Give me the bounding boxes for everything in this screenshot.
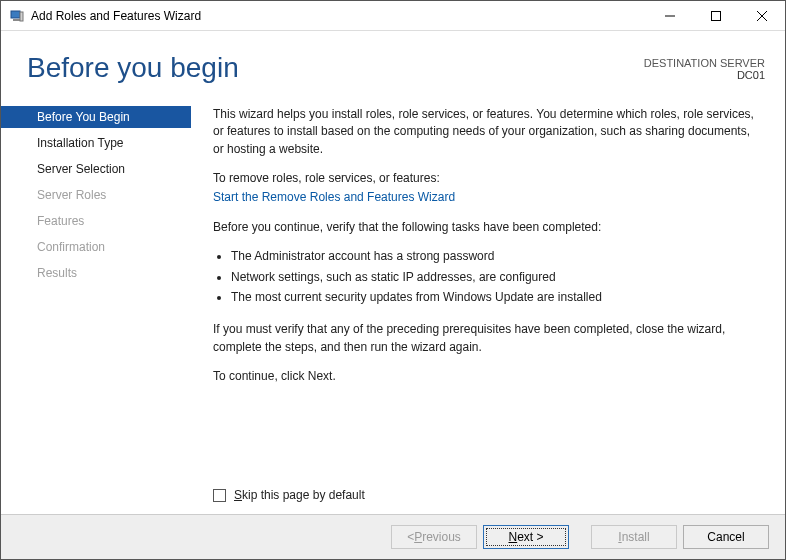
- nav-before-you-begin[interactable]: Before You Begin: [1, 106, 191, 128]
- previous-button: < Previous: [391, 525, 477, 549]
- nav-server-selection[interactable]: Server Selection: [1, 158, 191, 180]
- destination-label: DESTINATION SERVER: [644, 57, 765, 69]
- page-title: Before you begin: [27, 53, 644, 84]
- nav-server-roles: Server Roles: [1, 184, 191, 206]
- cancel-button[interactable]: Cancel: [683, 525, 769, 549]
- titlebar: Add Roles and Features Wizard: [1, 1, 785, 31]
- window-title: Add Roles and Features Wizard: [31, 9, 647, 23]
- svg-rect-0: [11, 11, 20, 18]
- wizard-header: Before you begin DESTINATION SERVER DC01: [1, 31, 785, 96]
- maximize-button[interactable]: [693, 1, 739, 30]
- skip-page-label[interactable]: Skip this page by default: [234, 487, 365, 504]
- skip-page-row: Skip this page by default: [213, 487, 763, 504]
- wizard-body: Before You Begin Installation Type Serve…: [1, 96, 785, 514]
- nav-confirmation: Confirmation: [1, 236, 191, 258]
- prereq-list: The Administrator account has a strong p…: [213, 248, 763, 309]
- nav-installation-type[interactable]: Installation Type: [1, 132, 191, 154]
- wizard-nav: Before You Begin Installation Type Serve…: [1, 102, 191, 514]
- close-button[interactable]: [739, 1, 785, 30]
- minimize-button[interactable]: [647, 1, 693, 30]
- verify-label: Before you continue, verify that the fol…: [213, 219, 763, 236]
- svg-rect-4: [712, 11, 721, 20]
- prereq-item: The most current security updates from W…: [231, 289, 763, 306]
- remove-roles-link[interactable]: Start the Remove Roles and Features Wiza…: [213, 190, 455, 204]
- skip-page-checkbox[interactable]: [213, 489, 226, 502]
- prereq-item: The Administrator account has a strong p…: [231, 248, 763, 265]
- prereq-item: Network settings, such as static IP addr…: [231, 269, 763, 286]
- destination-name: DC01: [644, 69, 765, 81]
- continue-note: To continue, click Next.: [213, 368, 763, 385]
- nav-features: Features: [1, 210, 191, 232]
- wizard-main: This wizard helps you install roles, rol…: [191, 102, 785, 514]
- svg-rect-2: [20, 12, 23, 21]
- remove-label: To remove roles, role services, or featu…: [213, 170, 763, 187]
- intro-text: This wizard helps you install roles, rol…: [213, 106, 763, 158]
- destination-server-block: DESTINATION SERVER DC01: [644, 53, 765, 81]
- window-controls: [647, 1, 785, 30]
- wizard-footer: < Previous Next > Install Cancel: [1, 514, 785, 559]
- nav-results: Results: [1, 262, 191, 284]
- install-button: Install: [591, 525, 677, 549]
- next-button[interactable]: Next >: [483, 525, 569, 549]
- server-manager-icon: [9, 8, 25, 24]
- close-note: If you must verify that any of the prece…: [213, 321, 763, 356]
